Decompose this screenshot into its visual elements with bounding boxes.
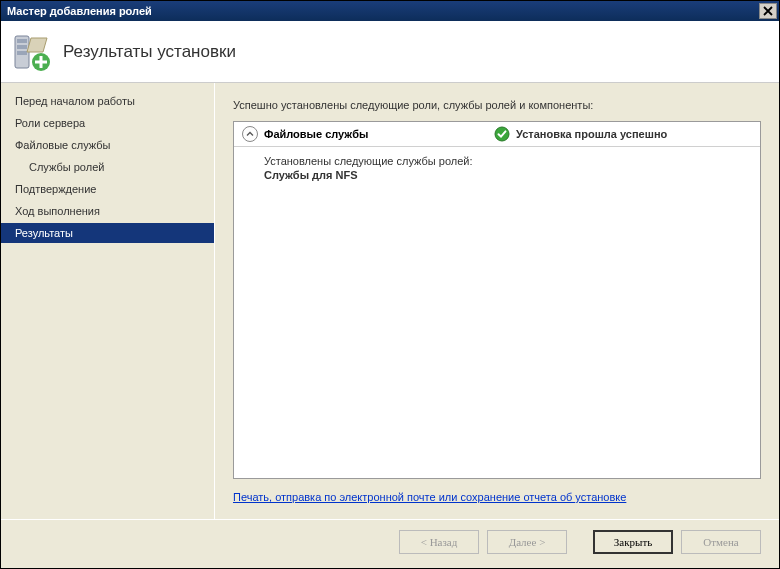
success-icon: [494, 126, 510, 142]
page-title: Результаты установки: [63, 42, 236, 62]
sidebar-item-server-roles[interactable]: Роли сервера: [1, 113, 214, 133]
close-button[interactable]: [759, 3, 777, 19]
sidebar-item-results[interactable]: Результаты: [1, 223, 214, 243]
sidebar-item-confirmation[interactable]: Подтверждение: [1, 179, 214, 199]
back-button: < Назад: [399, 530, 479, 554]
server-roles-icon: [11, 32, 51, 72]
installed-service: Службы для NFS: [264, 169, 748, 181]
svg-rect-3: [17, 51, 27, 55]
status: Установка прошла успешно: [494, 126, 667, 142]
result-body-text: Установлены следующие службы ролей:: [264, 155, 748, 167]
svg-rect-1: [17, 39, 27, 43]
collapse-toggle[interactable]: [242, 126, 258, 142]
result-row-header: Файловые службы Установка прошла успешно: [234, 122, 760, 147]
sidebar: Перед началом работы Роли сервера Файлов…: [1, 83, 215, 519]
svg-rect-2: [17, 45, 27, 49]
wizard-window: Мастер добавления ролей Результаты устан…: [0, 0, 780, 569]
results-box: Файловые службы Установка прошла успешно…: [233, 121, 761, 479]
next-button: Далее >: [487, 530, 567, 554]
sidebar-item-before-you-begin[interactable]: Перед началом работы: [1, 91, 214, 111]
sidebar-item-progress[interactable]: Ход выполнения: [1, 201, 214, 221]
result-title: Файловые службы: [264, 128, 494, 140]
header: Результаты установки: [1, 21, 779, 83]
result-body: Установлены следующие службы ролей: Служ…: [234, 147, 760, 189]
wizard-body: Перед началом работы Роли сервера Файлов…: [1, 83, 779, 519]
intro-text: Успешно установлены следующие роли, служ…: [233, 99, 761, 111]
sidebar-item-file-services[interactable]: Файловые службы: [1, 135, 214, 155]
chevron-up-icon: [246, 130, 254, 138]
status-text: Установка прошла успешно: [516, 128, 667, 140]
main-panel: Успешно установлены следующие роли, служ…: [215, 83, 779, 519]
cancel-button: Отмена: [681, 530, 761, 554]
titlebar: Мастер добавления ролей: [1, 1, 779, 21]
footer: < Назад Далее > Закрыть Отмена: [1, 519, 779, 568]
sidebar-item-role-services[interactable]: Службы ролей: [1, 157, 214, 177]
window-title: Мастер добавления ролей: [7, 5, 152, 17]
close-wizard-button[interactable]: Закрыть: [593, 530, 673, 554]
report-link[interactable]: Печать, отправка по электронной почте ил…: [233, 491, 761, 503]
close-icon: [763, 6, 773, 16]
